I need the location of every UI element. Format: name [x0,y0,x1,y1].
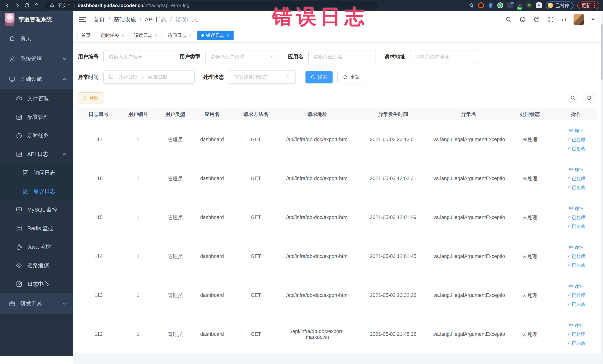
search-button[interactable]: 搜索 [305,71,333,83]
action-已忽略[interactable]: ✓已忽略 [567,185,585,190]
export-button[interactable]: 导出 [78,92,104,104]
chevron-down-icon[interactable] [591,19,595,21]
extension-grid-icon[interactable] [507,2,513,8]
refresh-icon[interactable] [583,93,594,103]
action-详细[interactable]: 详细 [569,167,583,173]
close-icon[interactable]: × [121,33,124,38]
toggle-search-icon[interactable] [568,93,578,103]
action-详细[interactable]: 详细 [569,283,583,289]
action-已处理[interactable]: ✓已处理 [567,137,585,143]
avatar[interactable] [574,14,584,25]
action-已处理[interactable]: ✓已处理 [567,176,585,182]
action-已忽略[interactable]: ✓已忽略 [567,301,585,307]
sidebar-item-文件管理[interactable]: 文件管理 [0,89,73,108]
action-已忽略[interactable]: ✓已忽略 [567,340,585,346]
close-icon[interactable]: × [155,33,158,38]
close-icon[interactable]: × [188,33,191,38]
sidebar-item-Java-监控[interactable]: Java 监控 [0,238,73,256]
breadcrumb-item[interactable]: 基础设施 [114,16,136,23]
help-icon[interactable] [533,16,540,23]
request-url-input[interactable]: 请输入请求地址 [410,50,479,63]
sidebar-item-Redis-监控[interactable]: Redis 监控 [0,219,73,238]
chevron-up-icon [62,76,67,82]
cell-user_id: 1 [119,159,157,198]
scrollbar-thumb[interactable] [601,24,603,80]
table-row: 1131管理员dashboardGET/api/infra/db-doc/exp… [78,276,597,315]
extension-leaf-icon[interactable]: ☘ [526,2,532,8]
cell-user_type: 管理员 [157,198,194,237]
app-logo-row[interactable]: 芋道管理系统 [0,11,73,28]
check-icon: ✓ [567,254,570,259]
extension-v-icon[interactable]: V [497,2,503,8]
process-status-select[interactable]: 请选择处理状态 [229,70,296,84]
update-label: 更新 [581,2,591,9]
tab-调度日志[interactable]: 调度日志× [130,31,162,40]
sidebar-item-链路追踪[interactable]: 链路追踪 [0,256,73,275]
sidebar-item-MySQL-监控[interactable]: MySQL 监控 [0,201,73,219]
cell-method: GET [231,315,281,354]
collapse-sidebar-icon[interactable] [79,16,87,23]
back-icon[interactable] [4,1,12,9]
breadcrumb-item[interactable]: 首页 [94,16,105,23]
cell-time: 2021-05-03 12:02:31 [353,159,433,198]
address-bar[interactable]: 不安全 dashboard.yudao.iocoder.cn/infra/log… [45,1,379,10]
sidebar-item-label: 基础设施 [20,75,42,83]
action-已忽略[interactable]: ✓已忽略 [567,223,585,229]
cell-url: /api/infra/db-doc/export-html [281,237,353,276]
sidebar-item-配置管理[interactable]: 配置管理 [0,108,73,127]
extension-on-icon[interactable]: ≡ON [517,2,522,8]
cell-user_id: 1 [119,276,157,315]
forward-icon[interactable] [13,1,21,9]
cell-actions: 详细✓已处理✓已忽略 [555,237,597,276]
action-详细[interactable]: 详细 [569,322,583,329]
tab-访问日志[interactable]: 访问日志× [164,31,195,40]
extension-orange-icon[interactable] [478,2,484,8]
action-已处理[interactable]: ✓已处理 [567,214,585,221]
extension-shield-icon[interactable] [488,2,494,8]
sidebar-item-基础设施[interactable]: 基础设施 [0,69,73,89]
cell-user_id: 1 [119,120,157,159]
cell-exception: java.lang.IllegalArgumentException [433,198,504,237]
sidebar-item-API-日志[interactable]: API 日志 [0,145,73,164]
sidebar-item-日志中心[interactable]: 日志中心 [0,275,73,293]
github-icon[interactable] [519,16,526,23]
filter-label: 请求地址 [384,53,405,60]
action-详细[interactable]: 详细 [569,128,583,134]
tab-错误日志[interactable]: 错误日志× [197,31,233,40]
scrollbar-track[interactable] [601,11,603,364]
sidebar-item-系统管理[interactable]: 系统管理 [0,48,73,69]
close-icon[interactable]: × [227,33,230,38]
cell-actions: 详细✓已处理✓已忽略 [555,120,597,159]
sidebar-item-错误日志[interactable]: 错误日志 [0,182,73,201]
reset-button[interactable]: 重置 [337,71,365,83]
filter-label: 用户编号 [78,53,99,60]
action-详细[interactable]: 详细 [569,245,583,250]
action-已忽略[interactable]: ✓已忽略 [567,262,585,268]
search-icon[interactable] [505,16,512,23]
tab-首页[interactable]: 首页 [77,31,94,40]
font-size-icon[interactable]: TT [561,16,567,23]
date-range-input[interactable]: 开始日期 - 结束日期 [104,70,195,84]
bookmark-star-icon[interactable] [468,2,474,8]
breadcrumb-item[interactable]: API 日志 [145,16,167,23]
browser-menu-icon[interactable] [594,3,595,8]
action-详细[interactable]: 详细 [569,206,583,211]
reload-icon[interactable] [23,1,31,9]
app-name-input[interactable]: 请输入应用名 [308,50,376,63]
tab-定时任务[interactable]: 定时任务× [97,31,128,40]
update-button[interactable]: 更新 [577,1,599,9]
sidebar-item-访问日志[interactable]: 访问日志 [0,164,73,182]
sidebar-item-首页[interactable]: 首页 [0,28,73,48]
user-type-select[interactable]: 请选择用户类型 [205,50,279,63]
extensions-puzzle-icon[interactable]: ❖ [536,2,542,8]
home-icon[interactable] [33,1,40,9]
user-id-input[interactable]: 请输入用户编号 [104,50,171,63]
sidebar-item-研发工具[interactable]: 研发工具 [0,293,73,314]
action-已忽略[interactable]: ✓已忽略 [567,146,585,152]
sidebar-item-定时任务[interactable]: 定时任务 [0,127,73,145]
fullscreen-icon[interactable] [547,16,555,23]
action-已处理[interactable]: ✓已处理 [567,254,585,259]
action-已处理[interactable]: ✓已处理 [567,293,585,298]
action-已处理[interactable]: ✓已处理 [567,331,585,337]
paused-pill[interactable]: 已暂停 [545,1,574,9]
